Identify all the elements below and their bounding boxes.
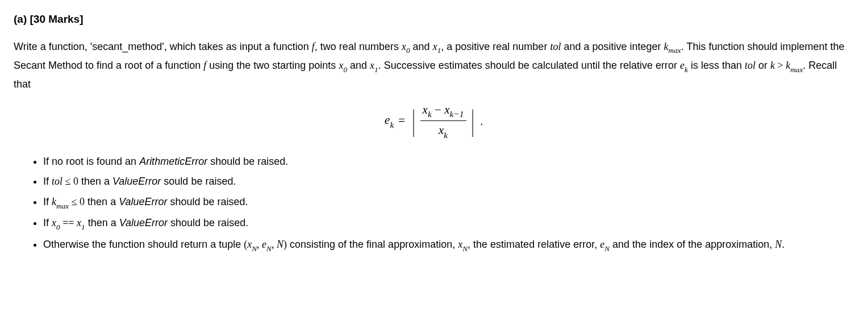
var-tol: tol bbox=[745, 60, 756, 71]
text: If bbox=[43, 196, 52, 207]
var-kmax: kmax bbox=[52, 196, 69, 207]
text: and the index of the approximation, bbox=[610, 239, 775, 250]
equals-sign: = bbox=[394, 112, 410, 130]
error-name: ValueError bbox=[119, 196, 167, 207]
list-item: If x0 == x1 then a ValueError should be … bbox=[43, 215, 854, 233]
var-x0: x0 bbox=[52, 217, 60, 228]
var-x1: x1 bbox=[370, 60, 378, 71]
text: , a positive real number bbox=[441, 41, 550, 52]
text: If bbox=[43, 176, 52, 187]
text: is less than bbox=[688, 60, 745, 71]
var-eN: eN bbox=[600, 239, 610, 250]
text: sould be raised. bbox=[161, 176, 236, 187]
problem-paragraph: Write a function, 'secant_method', which… bbox=[14, 38, 854, 93]
error-name: ValueError bbox=[112, 176, 161, 187]
var-N: N bbox=[775, 239, 782, 250]
var-ek: ek bbox=[680, 60, 688, 71]
text: should be raised. bbox=[168, 217, 248, 228]
text: If bbox=[43, 217, 52, 228]
period: . bbox=[477, 112, 483, 130]
var-tol: tol bbox=[52, 176, 62, 187]
var-kmax: kmax bbox=[664, 41, 681, 52]
text: consisting of the final approximation, bbox=[287, 239, 458, 250]
error-name: ValueError bbox=[119, 217, 168, 228]
var-kmax: kmax bbox=[786, 60, 803, 71]
eqeq-sign: == bbox=[60, 217, 77, 228]
text: , two real numbers bbox=[315, 41, 402, 52]
text: Write a function, 'secant_method', which… bbox=[14, 41, 312, 52]
var-x1: x1 bbox=[77, 217, 85, 228]
denominator: xk bbox=[436, 121, 450, 141]
var-x1: x1 bbox=[433, 41, 441, 52]
text: then a bbox=[78, 176, 112, 187]
var-x0: x0 bbox=[339, 60, 347, 71]
text: Otherwise the function should return a t… bbox=[43, 239, 244, 250]
question-heading: (a) [30 Marks] bbox=[14, 11, 854, 28]
text: using the two starting points bbox=[206, 60, 339, 71]
text: and bbox=[410, 41, 433, 52]
text: . Successive estimates should be calcula… bbox=[378, 60, 680, 71]
comma: , bbox=[272, 239, 277, 250]
comma: , bbox=[257, 239, 262, 250]
fraction: xk − xk−1 xk bbox=[418, 101, 469, 141]
text: then a bbox=[85, 196, 119, 207]
list-item: Otherwise the function should return a t… bbox=[43, 236, 854, 255]
requirements-list: If no root is found an ArithmeticError s… bbox=[14, 153, 854, 255]
text: If no root is found an bbox=[43, 156, 139, 167]
list-item: If tol ≤ 0 then a ValueError sould be ra… bbox=[43, 173, 854, 190]
text: should be raised. bbox=[168, 196, 248, 207]
error-name: ArithmeticError bbox=[139, 156, 207, 167]
var-N: N bbox=[277, 239, 283, 250]
var-tol: tol bbox=[550, 41, 561, 52]
var-xN: xN bbox=[247, 239, 257, 250]
var-xN: xN bbox=[458, 239, 468, 250]
abs-bar-right: | bbox=[471, 106, 474, 136]
le-sign: ≤ bbox=[62, 176, 73, 187]
var-k: k bbox=[770, 60, 775, 71]
text: should be raised. bbox=[207, 156, 288, 167]
text: , the estimated relative error, bbox=[468, 239, 600, 250]
text: . bbox=[782, 239, 784, 250]
equation-ek: ek = | xk − xk−1 xk | . bbox=[14, 101, 854, 141]
list-item: If no root is found an ArithmeticError s… bbox=[43, 153, 854, 170]
text: or bbox=[756, 60, 770, 71]
text: and bbox=[347, 60, 370, 71]
zero: 0 bbox=[80, 196, 85, 207]
gt-sign: > bbox=[775, 60, 786, 71]
le-sign: ≤ bbox=[69, 196, 80, 207]
eq-lhs: ek bbox=[385, 111, 394, 131]
zero: 0 bbox=[73, 176, 78, 187]
var-x0: x0 bbox=[402, 41, 410, 52]
list-item: If kmax ≤ 0 then a ValueError should be … bbox=[43, 194, 854, 212]
abs-bar-left: | bbox=[412, 106, 415, 136]
text: and a positive integer bbox=[561, 41, 663, 52]
var-eN: eN bbox=[262, 239, 272, 250]
numerator: xk − xk−1 bbox=[420, 101, 466, 122]
text: then a bbox=[85, 217, 119, 228]
